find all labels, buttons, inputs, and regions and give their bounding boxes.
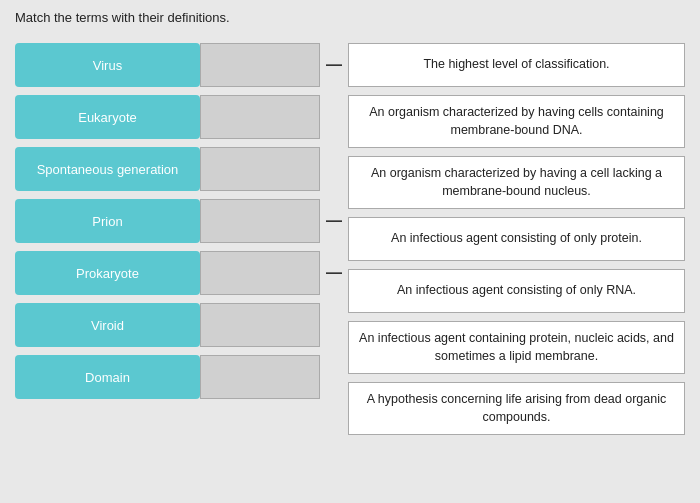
- definition-3: An infectious agent consisting of only p…: [348, 217, 685, 261]
- definition-6: A hypothesis concerning life arising fro…: [348, 382, 685, 435]
- terms-column: Virus Eukaryote Spontaneous generation P…: [15, 43, 200, 399]
- definition-1: An organism characterized by having cell…: [348, 95, 685, 148]
- term-eukaryote[interactable]: Eukaryote: [15, 95, 200, 139]
- dash-1: [320, 95, 348, 139]
- answer-box-3[interactable]: [200, 199, 320, 243]
- answer-box-5[interactable]: [200, 303, 320, 347]
- answer-box-0[interactable]: [200, 43, 320, 87]
- term-viroid[interactable]: Viroid: [15, 303, 200, 347]
- definition-4: An infectious agent consisting of only R…: [348, 269, 685, 313]
- dash-3: —: [320, 199, 348, 243]
- dash-column: — — —: [320, 43, 348, 399]
- answer-box-6[interactable]: [200, 355, 320, 399]
- term-prokaryote[interactable]: Prokaryote: [15, 251, 200, 295]
- definition-2: An organism characterized by having a ce…: [348, 156, 685, 209]
- instructions-text: Match the terms with their definitions.: [15, 10, 685, 25]
- dash-5: [320, 303, 348, 347]
- answer-boxes-column: [200, 43, 320, 399]
- definition-5: An infectious agent containing protein, …: [348, 321, 685, 374]
- term-spontaneous-generation[interactable]: Spontaneous generation: [15, 147, 200, 191]
- dash-2: [320, 147, 348, 191]
- dash-6: [320, 355, 348, 399]
- definition-0: The highest level of classification.: [348, 43, 685, 87]
- term-virus[interactable]: Virus: [15, 43, 200, 87]
- answer-box-1[interactable]: [200, 95, 320, 139]
- dash-4: —: [320, 251, 348, 295]
- answer-box-4[interactable]: [200, 251, 320, 295]
- answer-box-2[interactable]: [200, 147, 320, 191]
- dash-0: —: [320, 43, 348, 87]
- term-domain[interactable]: Domain: [15, 355, 200, 399]
- matching-container: Virus Eukaryote Spontaneous generation P…: [15, 43, 685, 435]
- definitions-column: The highest level of classification. An …: [348, 43, 685, 435]
- term-prion[interactable]: Prion: [15, 199, 200, 243]
